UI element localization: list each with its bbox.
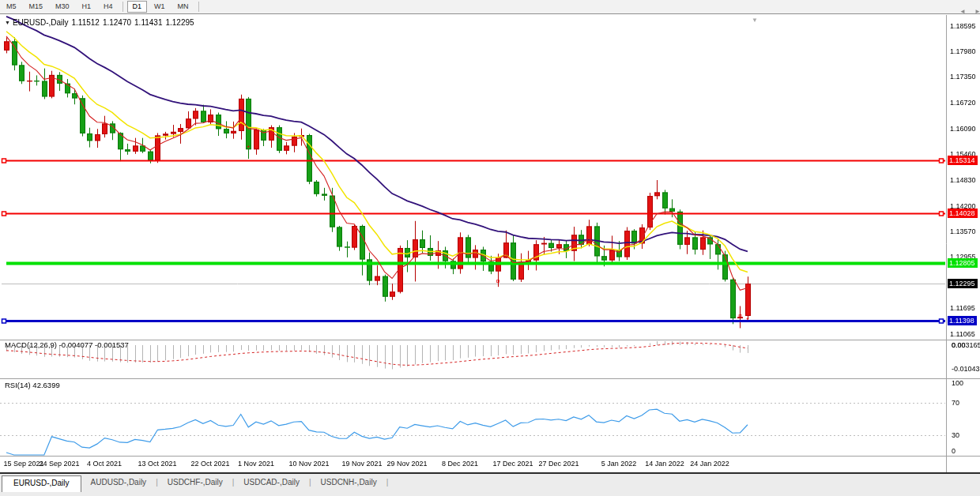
chart-tab-usdchf[interactable]: USDCHF-,Daily (158, 475, 232, 490)
macd-axis-label: 0.00 (952, 341, 966, 349)
date-tick-label: 29 Nov 2021 (386, 460, 427, 468)
date-tick-label: 14 Jan 2022 (645, 460, 684, 468)
level-price-badge: 1.11398 (948, 316, 977, 325)
rsi-axis-label: 70 (952, 399, 959, 407)
ohlc-high: 1.12470 (103, 18, 131, 27)
date-tick-label: 17 Dec 2021 (492, 460, 533, 468)
chart-tab-eurusd[interactable]: EURUSD-,Daily (2, 475, 81, 492)
tab-separator: | (386, 475, 389, 489)
terminal-window: M5M15M30H1H4D1W1MN ▼EURUSD-,Daily1.11512… (0, 0, 980, 496)
chart-tab-usdcad[interactable]: USDCAD-,Daily (234, 475, 309, 490)
date-tick-label: 10 Nov 2021 (288, 460, 329, 468)
date-tick-label: 22 Oct 2021 (190, 460, 229, 468)
candlestick-chart-canvas[interactable] (0, 0, 980, 472)
price-tick-label: 1.11065 (950, 330, 975, 338)
tab-scroll-right-icon[interactable]: ► (974, 8, 980, 15)
chart-shift-icon[interactable]: ▼ (752, 17, 758, 24)
date-tick-label: 4 Oct 2021 (87, 460, 122, 468)
ohlc-open: 1.11512 (72, 18, 100, 27)
symbol-dropdown-icon[interactable]: ▼ (5, 20, 10, 25)
date-tick-label: 24 Sep 2021 (39, 460, 79, 468)
chart-symbol-label: EURUSD-,Daily (13, 18, 69, 27)
rsi-axis-label: 0 (952, 447, 956, 455)
macd-axis-label: -0.01043 (952, 365, 980, 373)
date-tick-label: 19 Nov 2021 (341, 460, 382, 468)
rsi-axis-label: 100 (952, 379, 963, 387)
rsi-indicator-label: RSI(14) 42.6399 (5, 381, 60, 389)
price-tick-label: 1.17350 (950, 73, 976, 81)
price-tick-label: 1.17980 (950, 47, 976, 55)
level-price-badge: 1.14028 (948, 209, 978, 218)
tab-scroll-left-icon[interactable]: ◄ (959, 8, 966, 15)
chart-tab-audusd[interactable]: AUDUSD-,Daily (81, 475, 156, 490)
price-tick-label: 1.13570 (950, 227, 976, 235)
date-tick-label: 15 Sep 2021 (3, 460, 43, 468)
price-tick-label: 1.16090 (950, 125, 976, 133)
price-tick-label: 1.11695 (950, 304, 975, 312)
chart-tab-usdcnh[interactable]: USDCNH-,Daily (311, 475, 386, 490)
level-price-badge: 1.12805 (948, 258, 978, 268)
rsi-axis-label: 30 (952, 431, 959, 439)
chart-tab-bar: EURUSD-,DailyAUDUSD-,Daily|USDCHF-,Daily… (0, 474, 980, 496)
date-tick-label: 8 Dec 2021 (442, 460, 478, 468)
current-price-badge: 1.12295 (948, 279, 978, 288)
date-tick-label: 27 Dec 2021 (538, 460, 579, 468)
price-tick-label: 1.14830 (950, 176, 976, 184)
date-tick-label: 5 Jan 2022 (601, 460, 637, 468)
macd-indicator-label: MACD(12,26,9) -0.004077 -0.001537 (5, 340, 129, 349)
chart-title: ▼EURUSD-,Daily1.115121.124701.114311.122… (5, 18, 198, 27)
ohlc-low: 1.11431 (134, 18, 162, 27)
date-tick-label: 1 Nov 2021 (238, 460, 274, 468)
level-price-badge: 1.15314 (948, 156, 978, 165)
price-tick-label: 1.16720 (950, 99, 976, 107)
date-tick-label: 24 Jan 2022 (690, 460, 729, 468)
price-tick-label: 1.18595 (950, 22, 976, 30)
ohlc-close: 1.12295 (165, 18, 194, 27)
date-tick-label: 13 Oct 2021 (138, 460, 176, 468)
